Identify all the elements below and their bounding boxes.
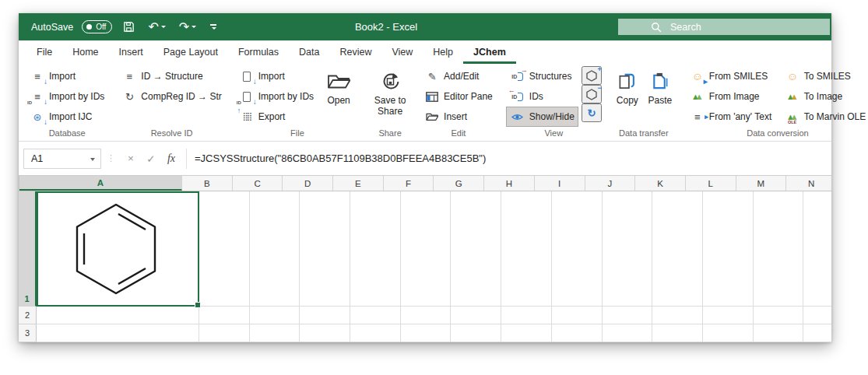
formula-input[interactable]: =JCSYSStructure("86CB0AB57F1109B38D0BFEE…	[190, 152, 831, 164]
cancel-button[interactable]: ×	[121, 149, 141, 169]
column-header-a[interactable]: A	[19, 176, 182, 191]
insert-function-button[interactable]: fx	[161, 149, 181, 169]
open-button[interactable]: Open	[318, 66, 360, 107]
refresh-structures-button[interactable]: ↻	[582, 103, 602, 122]
insert-button[interactable]: Insert	[420, 107, 497, 127]
row-headers: 1 2 3	[19, 191, 37, 342]
from-smiles-button[interactable]: ☺▸ From SMILES	[686, 66, 781, 86]
button-label: Import IJC	[49, 111, 92, 122]
column-header-f[interactable]: F	[384, 176, 434, 191]
column-header-e[interactable]: E	[333, 176, 384, 191]
cell-a3[interactable]	[37, 324, 199, 342]
tab-home[interactable]: Home	[62, 40, 108, 64]
paste-button[interactable]: Paste	[644, 66, 676, 107]
ribbon-tab-row: File Home Insert Page Layout Formulas Da…	[19, 40, 831, 64]
customize-quick-access-button[interactable]	[207, 23, 219, 31]
tab-data[interactable]: Data	[289, 40, 329, 64]
ribbon-jchem: ≡↓ Import ≡ID↓ Import by IDs ⊛↓ Import I…	[19, 64, 831, 142]
redo-button[interactable]: ↷	[177, 19, 199, 35]
customize-quick-access-icon	[210, 24, 216, 26]
undo-button[interactable]: ↶	[146, 19, 167, 35]
button-label: ID → Structure	[141, 71, 202, 82]
editor-pane-button[interactable]: Editor Pane	[420, 86, 497, 107]
save-button[interactable]	[121, 19, 137, 34]
redo-dropdown-chevron-icon[interactable]	[192, 26, 196, 28]
save-to-share-button[interactable]: Save to Share	[369, 66, 411, 118]
tab-help[interactable]: Help	[423, 40, 463, 64]
tab-file[interactable]: File	[26, 40, 62, 64]
cell-a2[interactable]	[37, 307, 199, 324]
compreg-id-to-str-button[interactable]: ↻ CompReg ID → Str	[118, 86, 225, 107]
column-header-b[interactable]: B	[182, 176, 233, 191]
from-any-text-button[interactable]: ≡▸ From 'any' Text	[686, 107, 781, 127]
column-header-n[interactable]: N	[786, 176, 831, 191]
autosave-state: Off	[96, 23, 106, 31]
tab-formulas[interactable]: Formulas	[228, 40, 289, 64]
screenshot-stage: AutoSave Off ↶ ↷ Book2 - Excel	[0, 0, 868, 375]
column-header-i[interactable]: I	[535, 176, 585, 191]
row-header-2[interactable]: 2	[19, 307, 37, 324]
copy-icon	[617, 69, 637, 93]
enter-button[interactable]: ✓	[141, 149, 161, 169]
grid-cells-row-2[interactable]	[199, 307, 831, 324]
row-header-3[interactable]: 3	[19, 324, 37, 342]
add-structure-display-button[interactable]: +	[582, 66, 602, 85]
cell-a1[interactable]	[37, 191, 199, 306]
from-image-button[interactable]: ▲▲ From Image	[686, 86, 781, 107]
name-box-dropdown-icon[interactable]	[90, 158, 95, 161]
show-hide-button[interactable]: Show/Hide	[506, 107, 578, 127]
tab-review[interactable]: Review	[329, 40, 381, 64]
button-label: From Image	[709, 91, 760, 102]
to-marvin-ole-button[interactable]: ▲▲OLE To Marvin OLE	[781, 107, 868, 127]
view-structures-icon: ID→	[510, 70, 525, 83]
file-import-button[interactable]: ↓ Import	[235, 66, 318, 86]
tab-page-layout[interactable]: Page Layout	[153, 40, 228, 64]
to-smiles-button[interactable]: ☺ To SMILES	[781, 66, 868, 86]
select-all-corner[interactable]	[19, 176, 19, 191]
undo-icon: ↶	[148, 21, 158, 33]
view-ids-icon: ID←	[510, 90, 525, 103]
file-export-button[interactable]: ⣿⣿↑ Export	[235, 107, 318, 127]
database-import-button[interactable]: ≡↓ Import	[26, 66, 108, 86]
column-header-g[interactable]: G	[434, 176, 484, 191]
to-smiles-smiley-icon: ☺	[785, 70, 800, 83]
column-header-h[interactable]: H	[484, 176, 535, 191]
column-header-c[interactable]: C	[233, 176, 283, 191]
tab-insert[interactable]: Insert	[109, 40, 153, 64]
view-structures-button[interactable]: ID→ Structures	[506, 66, 578, 86]
file-import-by-ids-button[interactable]: ID↓ Import by IDs	[235, 86, 318, 107]
tab-view[interactable]: View	[381, 40, 423, 64]
group-label-data-conversion: Data conversion	[686, 128, 868, 141]
remove-structure-display-button[interactable]: −	[582, 85, 602, 103]
name-box-value: A1	[31, 153, 43, 164]
grid-cells-row-1[interactable]	[199, 191, 831, 306]
button-label: Open	[327, 95, 350, 106]
row-header-1[interactable]: 1	[19, 191, 37, 307]
from-any-text-icon: ≡▸	[690, 110, 705, 124]
button-label: Save to Share	[374, 95, 406, 117]
grid-cells-row-3[interactable]	[199, 324, 831, 342]
button-label: Import by IDs	[258, 91, 314, 102]
column-header-d[interactable]: D	[283, 176, 333, 191]
ribbon-group-data-conversion: ☺▸ From SMILES ▲▲ From Image ≡▸ From 'an…	[682, 66, 868, 141]
column-header-k[interactable]: K	[635, 176, 686, 191]
hexagon-minus-icon: −	[584, 88, 599, 101]
undo-dropdown-chevron-icon[interactable]	[161, 26, 166, 28]
to-image-button[interactable]: ▲▲ To Image	[781, 86, 868, 107]
button-label: IDs	[529, 91, 543, 102]
add-edit-button[interactable]: ✎ Add/Edit	[420, 66, 497, 86]
view-ids-button[interactable]: ID← IDs	[506, 86, 578, 107]
column-header-m[interactable]: M	[736, 176, 787, 191]
name-box[interactable]: A1	[23, 149, 101, 169]
from-smiles-smiley-icon: ☺▸	[690, 70, 705, 83]
id-to-structure-button[interactable]: ≡ ID → Structure	[118, 66, 225, 86]
database-import-ijc-button[interactable]: ⊛↓ Import IJC	[26, 107, 108, 127]
autosave-toggle[interactable]: Off	[82, 20, 112, 33]
tab-jchem[interactable]: JChem	[463, 40, 516, 64]
column-header-j[interactable]: J	[585, 176, 636, 191]
add-edit-pencil-icon: ✎	[424, 70, 440, 83]
database-import-by-ids-button[interactable]: ≡ID↓ Import by IDs	[26, 86, 108, 107]
column-header-l[interactable]: L	[686, 176, 736, 191]
copy-button[interactable]: Copy	[611, 66, 644, 107]
ribbon-group-file: ↓ Import ID↓ Import by IDs ⣿⣿↑ Export	[231, 66, 364, 141]
